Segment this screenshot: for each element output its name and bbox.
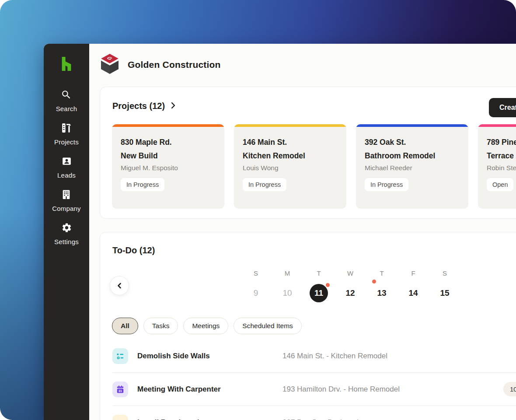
leads-icon bbox=[61, 156, 72, 168]
todo-row[interactable]: Install Baseboards 927 Bay St. - Backyar… bbox=[112, 406, 516, 420]
chevron-left-button[interactable] bbox=[110, 276, 129, 295]
todo-row[interactable]: Demolish Side Walls 146 Main St. - Kitch… bbox=[112, 340, 516, 373]
sidebar-item-settings[interactable]: Settings bbox=[54, 222, 79, 245]
project-title: 830 Maple Rd. New Build bbox=[121, 136, 216, 163]
day-letter: W bbox=[335, 269, 366, 278]
calendar-icon: 31 bbox=[112, 382, 128, 397]
project-cards-row: 830 Maple Rd. New Build Miguel M. Esposi… bbox=[112, 124, 516, 209]
date-cell[interactable]: 12 bbox=[335, 284, 366, 302]
sidebar-item-label: Company bbox=[52, 205, 81, 212]
company-header: G Golden Construction bbox=[89, 44, 516, 86]
company-icon bbox=[61, 189, 72, 202]
sidebar-item-label: Settings bbox=[54, 238, 79, 245]
settings-icon bbox=[61, 222, 72, 235]
project-owner: Louis Wong bbox=[243, 164, 338, 172]
project-card[interactable]: 830 Maple Rd. New Build Miguel M. Esposi… bbox=[112, 124, 224, 209]
chevron-right-icon bbox=[170, 102, 176, 111]
date-cell[interactable]: 9 bbox=[240, 284, 272, 302]
todo-title: To-Do (12) bbox=[112, 245, 155, 256]
date-cell[interactable]: 13 bbox=[366, 284, 397, 302]
sidebar-item-search[interactable]: Search bbox=[56, 89, 77, 112]
sidebar-item-label: Projects bbox=[54, 138, 79, 146]
project-title: 789 Pine St. Terrace Addition bbox=[487, 136, 516, 163]
status-badge: Open bbox=[487, 178, 513, 191]
day-letter: S bbox=[429, 269, 460, 278]
company-logo-icon: G bbox=[100, 53, 120, 76]
create-button[interactable]: Create bbox=[489, 98, 516, 117]
todo-item-title: Meeting With Carpenter bbox=[137, 385, 221, 394]
sidebar-item-projects[interactable]: Projects bbox=[54, 122, 79, 146]
todo-item-project: 193 Hamilton Drv. - Home Remodel bbox=[282, 385, 400, 394]
project-owner: Robin Stewart bbox=[487, 164, 516, 172]
projects-icon bbox=[61, 122, 72, 135]
date-cell[interactable]: 15 bbox=[429, 284, 460, 302]
app-window: Search Projects bbox=[44, 44, 516, 420]
status-badge: In Progress bbox=[243, 178, 286, 191]
date-cell-selected[interactable]: 11 bbox=[303, 284, 335, 302]
day-letter: S bbox=[240, 269, 272, 278]
week-strip: S 9 M 10 T 11 W bbox=[240, 269, 460, 302]
company-name: Golden Construction bbox=[128, 60, 221, 70]
filter-chip-meetings[interactable]: Meetings bbox=[183, 318, 228, 334]
houzz-logo-icon[interactable] bbox=[61, 57, 72, 73]
filter-chips: All Tasks Meetings Scheduled Items bbox=[112, 318, 302, 334]
event-dot bbox=[326, 283, 330, 287]
sidebar: Search Projects bbox=[44, 44, 89, 420]
status-badge: In Progress bbox=[365, 178, 408, 191]
project-owner: Michael Reeder bbox=[365, 164, 460, 172]
todo-row[interactable]: 31 Meeting With Carpenter 193 Hamilton D… bbox=[112, 373, 516, 406]
filter-chip-scheduled-items[interactable]: Scheduled Items bbox=[234, 318, 301, 334]
sidebar-item-leads[interactable]: Leads bbox=[57, 156, 76, 179]
day-letter: F bbox=[397, 269, 429, 278]
todo-item-project: 146 Main St. - Kitchen Remodel bbox=[282, 352, 387, 360]
project-owner: Miguel M. Esposito bbox=[121, 164, 216, 172]
todo-panel: To-Do (12) S 9 M 10 T bbox=[100, 232, 516, 420]
checklist-icon bbox=[112, 348, 128, 364]
todo-item-title: Demolish Side Walls bbox=[137, 352, 210, 360]
sidebar-item-label: Search bbox=[56, 105, 77, 112]
search-icon bbox=[61, 89, 72, 102]
projects-title: Projects (12) bbox=[112, 101, 165, 111]
day-letter: T bbox=[366, 269, 397, 278]
main-content: G Golden Construction Projects (12) Crea… bbox=[89, 44, 516, 420]
project-card[interactable]: 146 Main St. Kitchen Remodel Louis Wong … bbox=[234, 124, 346, 209]
projects-header-link[interactable]: Projects (12) bbox=[112, 101, 176, 111]
svg-text:31: 31 bbox=[119, 389, 122, 392]
date-cell[interactable]: 10 bbox=[272, 284, 303, 302]
todo-item-time-badge: 10:00 AM bbox=[503, 382, 516, 396]
project-card[interactable]: 392 Oak St. Bathroom Remodel Michael Ree… bbox=[356, 124, 468, 209]
day-letter: T bbox=[303, 269, 335, 278]
sidebar-item-label: Leads bbox=[57, 172, 76, 179]
project-card[interactable]: 789 Pine St. Terrace Addition Robin Stew… bbox=[478, 124, 516, 209]
page: Search Projects bbox=[0, 0, 516, 420]
project-title: 146 Main St. Kitchen Remodel bbox=[243, 136, 338, 163]
status-badge: In Progress bbox=[121, 178, 164, 191]
todo-item-project: 927 Bay St. - Backyard bbox=[282, 418, 359, 420]
filter-chip-tasks[interactable]: Tasks bbox=[143, 318, 178, 334]
sidebar-item-company[interactable]: Company bbox=[52, 189, 81, 212]
checklist-icon bbox=[112, 415, 128, 420]
day-letter: M bbox=[272, 269, 303, 278]
todo-list: Demolish Side Walls 146 Main St. - Kitch… bbox=[112, 340, 516, 420]
projects-panel: Projects (12) Create 830 Maple Rd. New B… bbox=[100, 87, 516, 219]
todo-item-title: Install Baseboards bbox=[137, 418, 203, 420]
event-dot bbox=[372, 280, 376, 284]
date-cell[interactable]: 14 bbox=[397, 284, 429, 302]
filter-chip-all[interactable]: All bbox=[112, 318, 138, 334]
project-title: 392 Oak St. Bathroom Remodel bbox=[365, 136, 460, 163]
